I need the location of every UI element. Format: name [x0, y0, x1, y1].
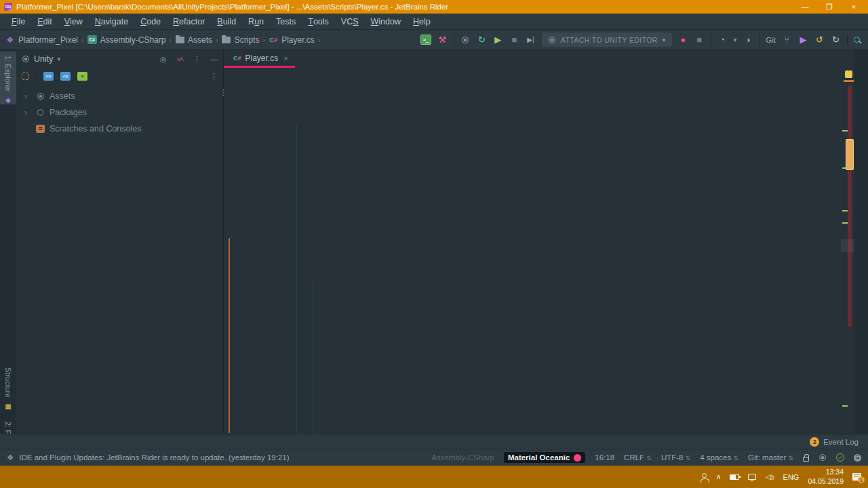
- tree-item-label: Packages: [50, 108, 87, 117]
- refresh-icon[interactable]: ↻: [477, 35, 487, 44]
- unity-status-icon[interactable]: [818, 453, 827, 462]
- minimize-button[interactable]: —: [795, 1, 815, 13]
- package-icon: ⬡: [35, 108, 45, 117]
- update-icon[interactable]: ↻: [831, 35, 841, 44]
- breadcrumb-separator: ›: [214, 36, 220, 44]
- menu-navigate[interactable]: Navigate: [89, 14, 134, 29]
- profiler-icon[interactable]: ◔: [717, 35, 728, 44]
- panel-options-icon[interactable]: ⋮: [193, 55, 201, 64]
- breadcrumb-separator: ›: [79, 36, 86, 44]
- project-tree: ›Assets›⬡Packages≣Scratches and Consoles: [16, 85, 223, 137]
- editor-tab-bar: C# Player.cs ×: [224, 50, 844, 68]
- git-branch-widget[interactable]: Git: master ⇅: [748, 453, 793, 462]
- action-center-icon[interactable]: 1: [852, 473, 861, 481]
- tab-player-cs[interactable]: C# Player.cs ×: [224, 50, 295, 68]
- menu-build[interactable]: Build: [211, 14, 242, 29]
- tree-item-packages[interactable]: ›⬡Packages: [16, 104, 223, 121]
- event-log-label: Event Log: [823, 438, 859, 446]
- battery-icon[interactable]: [730, 474, 739, 480]
- indent-widget[interactable]: 4 spaces ⇅: [700, 453, 738, 462]
- branch-icon[interactable]: ⑂: [782, 35, 792, 44]
- collapse-panel-icon[interactable]: ↘↖: [176, 56, 184, 62]
- select-opened-file-icon[interactable]: [22, 73, 29, 80]
- csharp-file-icon: C#: [233, 55, 241, 62]
- tab-close-icon[interactable]: ×: [283, 54, 288, 62]
- unity-log-icon[interactable]: >_: [420, 35, 431, 45]
- right-tool-stripe: [854, 50, 868, 449]
- menu-help[interactable]: Help: [407, 14, 437, 29]
- stripe-button-structure[interactable]: Structure▦: [0, 363, 16, 411]
- locate-target-icon[interactable]: ◎: [160, 55, 167, 64]
- status-message-text: IDE and Plugin Updates: JetBrains Rider …: [19, 453, 289, 462]
- expand-options-icon[interactable]: ≡: [77, 72, 87, 81]
- menu-file[interactable]: File: [5, 14, 31, 29]
- people-icon[interactable]: [702, 473, 707, 478]
- line-ending-widget[interactable]: CRLF ⇅: [624, 453, 652, 462]
- maximize-button[interactable]: ❐: [819, 1, 840, 13]
- folder-icon: [222, 35, 231, 44]
- network-icon[interactable]: [748, 474, 756, 480]
- inspections-profile-icon[interactable]: ☰: [854, 454, 861, 462]
- color-dot-icon: [574, 454, 581, 462]
- editor: C# Player.cs × ⋮: [224, 50, 844, 449]
- event-log-button[interactable]: 2 Event Log: [810, 437, 868, 447]
- breadcrumb-assets[interactable]: Assets: [175, 35, 212, 45]
- debug-bug-icon[interactable]: ●: [678, 35, 688, 44]
- gutter-menu-icon[interactable]: ⋮: [220, 88, 227, 97]
- status-message[interactable]: ❖ IDE and Plugin Updates: JetBrains Ride…: [7, 453, 290, 462]
- git-label[interactable]: Git: [766, 36, 776, 44]
- menu-edit[interactable]: Edit: [31, 14, 58, 29]
- inspection-status-widget[interactable]: [845, 70, 852, 78]
- step-icon[interactable]: ▶|: [526, 37, 536, 43]
- attach-to-unity-dropdown[interactable]: ATTACH TO UNITY EDITOR ▾: [542, 33, 672, 47]
- tree-item-scratches-and-consoles[interactable]: ≣Scratches and Consoles: [16, 121, 223, 137]
- clock-widget[interactable]: 13:34 04.05.2019: [808, 468, 844, 485]
- code-area[interactable]: ⋮: [224, 68, 844, 70]
- system-tray: ∧ ◁)) ENG 13:34 04.05.2019 1: [702, 466, 868, 488]
- toolbar-more-icon[interactable]: ⋮: [210, 72, 218, 81]
- menu-run[interactable]: Run: [242, 14, 270, 29]
- menu-tools[interactable]: Tools: [302, 14, 335, 29]
- breadcrumb-platformer-pixel[interactable]: ❖Platformer_Pixel: [5, 35, 78, 45]
- unity-reload-icon[interactable]: [460, 36, 471, 44]
- run-icon[interactable]: ▶: [493, 35, 503, 44]
- breadcrumb-assembly-csharp[interactable]: C#Assembly-CSharp: [87, 35, 166, 45]
- tool-window-bar: 2 Event Log: [0, 434, 868, 449]
- explorer-view-selector[interactable]: Unity: [34, 54, 53, 64]
- scrollbar-error-stripe[interactable]: [848, 85, 852, 327]
- tree-item-assets[interactable]: ›Assets: [16, 88, 223, 104]
- tray-expand-icon[interactable]: ∧: [715, 472, 721, 481]
- breadcrumb-scripts[interactable]: Scripts: [222, 35, 260, 45]
- breadcrumb-player-cs[interactable]: C#Player.cs: [269, 35, 315, 45]
- menu-tests[interactable]: Tests: [270, 14, 302, 29]
- language-indicator[interactable]: ENG: [783, 473, 800, 481]
- coverage-icon[interactable]: ◑: [743, 35, 753, 44]
- chevron-down-icon[interactable]: ▾: [734, 37, 737, 43]
- encoding-widget[interactable]: UTF-8 ⇅: [661, 453, 690, 462]
- tab-label: Player.cs: [245, 54, 279, 63]
- volume-icon[interactable]: ◁)): [765, 472, 774, 481]
- stripe-button-1-explorer[interactable]: 1: Explorer◆: [0, 52, 16, 104]
- menu-window[interactable]: Window: [365, 14, 407, 29]
- menu-code[interactable]: Code: [134, 14, 167, 29]
- build-hammer-icon[interactable]: ⚒: [437, 35, 448, 44]
- toolbar-separator: [711, 35, 711, 45]
- rollback-icon[interactable]: ↺: [814, 35, 825, 44]
- scrollbar-thumb[interactable]: [846, 139, 854, 170]
- breadcrumb-label: Scripts: [235, 35, 260, 45]
- menu-view[interactable]: View: [58, 14, 89, 29]
- lock-icon[interactable]: [803, 457, 809, 462]
- tree-item-label: Assets: [50, 92, 75, 101]
- toolbar-separator: [36, 71, 37, 82]
- updown-icon: ⇅: [686, 455, 691, 462]
- checkmark-icon[interactable]: ✓: [836, 453, 844, 462]
- scroll-to-source-icon[interactable]: >≡: [43, 72, 54, 81]
- menu-refactor[interactable]: Refactor: [167, 14, 211, 29]
- menu-vcs[interactable]: VCS: [335, 14, 365, 29]
- push-icon[interactable]: ▶: [798, 35, 808, 44]
- close-button[interactable]: ×: [844, 1, 864, 13]
- search-icon[interactable]: [854, 37, 860, 43]
- scroll-from-source-icon[interactable]: <≡: [60, 72, 71, 81]
- caret-position-widget[interactable]: 16:18: [595, 453, 614, 462]
- hide-panel-icon[interactable]: —: [210, 55, 218, 63]
